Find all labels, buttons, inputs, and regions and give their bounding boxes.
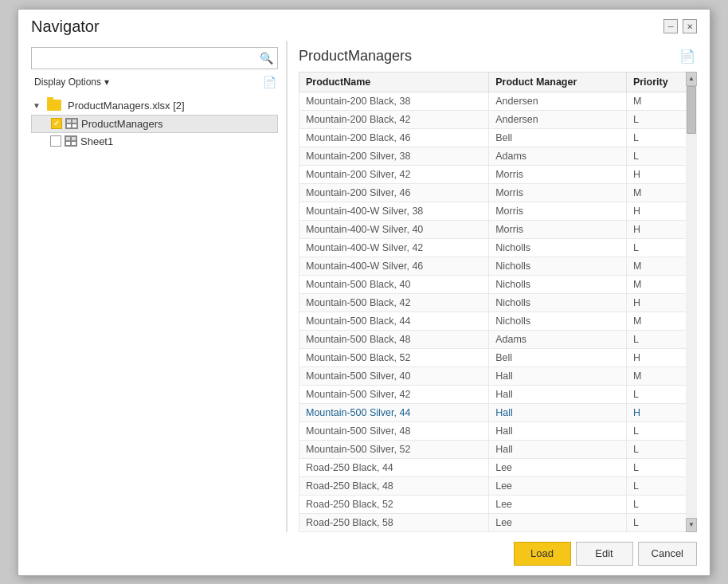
table-row: Mountain-400-W Silver, 38MorrisH — [299, 202, 697, 220]
tree-item-productmanagers-label: ProductManagers — [81, 118, 163, 130]
table-cell-productmanager: Bell — [489, 348, 627, 366]
table-cell-productname: Mountain-200 Black, 38 — [299, 92, 489, 110]
tree-item-sheet1[interactable]: Sheet1 — [31, 133, 278, 150]
table-cell-productname: Mountain-200 Silver, 38 — [299, 147, 489, 165]
table-cell-productname: Mountain-500 Silver, 40 — [299, 366, 489, 385]
col-header-productname: ProductName — [299, 72, 489, 92]
table-cell-productname: Mountain-500 Black, 48 — [299, 330, 489, 348]
table-cell-productmanager: Adams — [489, 147, 627, 165]
table-cell-productname: Mountain-500 Black, 42 — [299, 293, 489, 312]
table-cell-productmanager: Lee — [489, 476, 627, 495]
table-cell-productmanager: Andersen — [489, 110, 627, 128]
table-row: Mountain-500 Silver, 42HallL — [299, 385, 697, 403]
table-body: Mountain-200 Black, 38AndersenMMountain-… — [299, 92, 697, 531]
preview-icon-button[interactable]: 📄 — [678, 47, 697, 65]
right-panel: ProductManagers 📄 ProductName Product Ma… — [287, 41, 697, 532]
col-header-productmanager: Product Manager — [489, 72, 627, 92]
table-row: Mountain-200 Black, 38AndersenM — [299, 92, 697, 110]
left-panel-icon-button[interactable]: 📄 — [261, 74, 278, 90]
table-row: Mountain-200 Black, 42AndersenL — [299, 110, 697, 128]
search-input[interactable] — [32, 50, 255, 65]
dialog-title: Navigator — [31, 18, 100, 36]
table-row: Mountain-500 Black, 44NichollsM — [299, 312, 697, 330]
checkbox-sheet1[interactable] — [50, 135, 61, 147]
table-row: Mountain-200 Silver, 42MorrisH — [299, 165, 697, 183]
table-row: Mountain-400-W Silver, 40MorrisH — [299, 220, 697, 238]
header-row: ProductName Product Manager Priority — [299, 72, 697, 92]
table-cell-productname: Mountain-500 Silver, 42 — [299, 385, 489, 403]
table-icon-sheet1 — [65, 135, 77, 147]
table-cell-productname: Mountain-200 Black, 46 — [299, 128, 489, 147]
table-cell-productmanager: Nicholls — [489, 238, 627, 257]
preview-header: ProductManagers 📄 — [299, 47, 697, 65]
tree-expand-toggle[interactable]: ▼ — [33, 101, 44, 110]
scrollbar-up-button[interactable]: ▲ — [686, 72, 697, 86]
scrollbar-track — [686, 86, 697, 518]
title-bar: Navigator ─ ✕ — [18, 10, 710, 41]
cancel-button[interactable]: Cancel — [638, 542, 697, 566]
table-cell-productmanager: Morris — [489, 220, 627, 238]
load-button[interactable]: Load — [514, 542, 571, 566]
table-cell-productname: Mountain-500 Silver, 48 — [299, 421, 489, 440]
table-wrapper: ProductName Product Manager Priority Mou… — [299, 72, 697, 532]
table-cell-productmanager: Adams — [489, 330, 627, 348]
table-cell-productmanager: Andersen — [489, 92, 627, 110]
table-cell-productname: Mountain-200 Black, 42 — [299, 110, 489, 128]
table-row: Mountain-500 Black, 42NichollsH — [299, 293, 697, 312]
table-row: Mountain-500 Silver, 44HallH — [299, 403, 697, 421]
tree-item-productmanagers[interactable]: ProductManagers — [31, 115, 278, 133]
table-header: ProductName Product Manager Priority — [299, 72, 697, 92]
table-cell-productmanager: Hall — [489, 366, 627, 385]
table-cell-productname: Mountain-200 Silver, 42 — [299, 165, 489, 183]
table-cell-productmanager: Nicholls — [489, 257, 627, 275]
table-cell-productname: Mountain-400-W Silver, 40 — [299, 220, 489, 238]
table-row: Mountain-200 Silver, 46MorrisM — [299, 183, 697, 202]
display-options-arrow: ▾ — [104, 76, 109, 88]
table-cell-productname: Mountain-200 Silver, 46 — [299, 183, 489, 202]
edit-button[interactable]: Edit — [576, 542, 633, 566]
left-panel: 🔍 Display Options ▾ 📄 ▼ ProductManagers.… — [31, 41, 286, 532]
table-cell-productmanager: Hall — [489, 440, 627, 458]
table-cell-productmanager: Bell — [489, 128, 627, 147]
table-cell-productname: Mountain-500 Silver, 44 — [299, 403, 489, 421]
table-cell-productmanager: Morris — [489, 202, 627, 220]
close-button[interactable]: ✕ — [683, 19, 697, 33]
data-table-scroll[interactable]: ProductName Product Manager Priority Mou… — [299, 72, 697, 532]
scrollbar-thumb[interactable] — [687, 86, 696, 134]
checkbox-productmanagers[interactable] — [51, 118, 62, 129]
table-cell-productmanager: Nicholls — [489, 275, 627, 293]
table-cell-productmanager: Morris — [489, 183, 627, 202]
table-cell-productmanager: Nicholls — [489, 312, 627, 330]
search-box: 🔍 — [31, 47, 278, 69]
table-cell-productmanager: Lee — [489, 458, 627, 476]
table-row: Road-250 Black, 48LeeL — [299, 476, 697, 495]
table-cell-productmanager: Hall — [489, 385, 627, 403]
preview-title: ProductManagers — [299, 48, 412, 65]
table-row: Mountain-200 Black, 46BellL — [299, 128, 697, 147]
minimize-button[interactable]: ─ — [663, 19, 678, 33]
table-cell-productname: Mountain-500 Black, 44 — [299, 312, 489, 330]
table-row: Road-250 Black, 44LeeL — [299, 458, 697, 476]
table-row: Mountain-500 Silver, 40HallM — [299, 366, 697, 385]
table-cell-productmanager: Hall — [489, 421, 627, 440]
table-cell-productmanager: Lee — [489, 513, 627, 531]
table-row: Mountain-200 Silver, 38AdamsL — [299, 147, 697, 165]
table-row: Mountain-400-W Silver, 46NichollsM — [299, 257, 697, 275]
tree-file-name: ProductManagers.xlsx [2] — [68, 100, 185, 112]
content-area: 🔍 Display Options ▾ 📄 ▼ ProductManagers.… — [18, 41, 710, 532]
table-cell-productname: Mountain-500 Silver, 52 — [299, 440, 489, 458]
display-options-button[interactable]: Display Options ▾ — [31, 75, 112, 89]
scrollbar-down-button[interactable]: ▼ — [686, 518, 697, 532]
dialog-footer: Load Edit Cancel — [18, 532, 710, 575]
scrollbar: ▲ ▼ — [686, 72, 697, 532]
table-row: Mountain-500 Black, 48AdamsL — [299, 330, 697, 348]
display-options-label: Display Options — [34, 76, 101, 88]
navigator-dialog: Navigator ─ ✕ 🔍 Display Options ▾ 📄 — [18, 9, 710, 576]
table-row: Mountain-500 Black, 40NichollsM — [299, 275, 697, 293]
table-cell-productmanager: Morris — [489, 165, 627, 183]
search-button[interactable]: 🔍 — [255, 47, 277, 69]
window-controls: ─ ✕ — [663, 19, 697, 33]
table-cell-productname: Mountain-400-W Silver, 42 — [299, 238, 489, 257]
table-cell-productname: Mountain-500 Black, 40 — [299, 275, 489, 293]
table-cell-productmanager: Hall — [489, 403, 627, 421]
